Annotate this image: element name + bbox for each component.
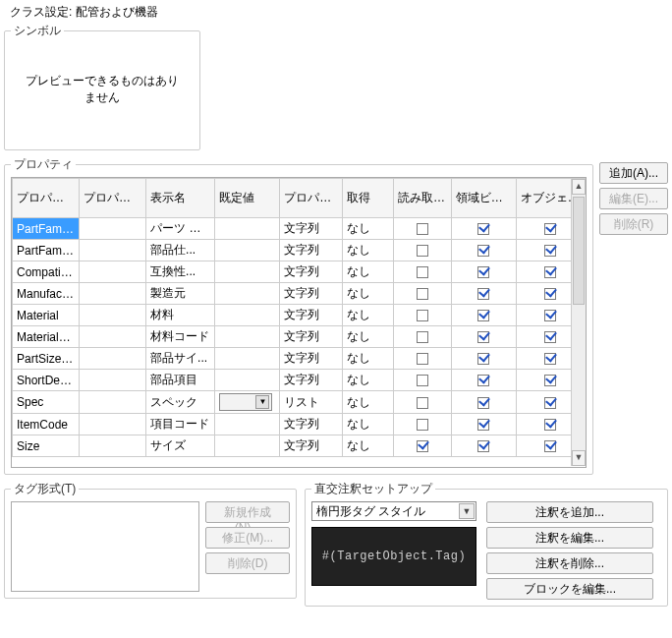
tag-format-legend: タグ形式(T)	[11, 481, 79, 497]
checkbox-icon[interactable]	[477, 353, 489, 365]
vertical-scrollbar[interactable]: ▲ ▼	[571, 179, 586, 466]
checkbox-icon[interactable]	[477, 331, 489, 343]
scroll-up-icon[interactable]: ▲	[572, 179, 586, 195]
edit-property-button[interactable]: 編集(E)...	[599, 188, 668, 209]
checkbox-icon[interactable]	[417, 353, 428, 365]
checkbox-icon[interactable]	[477, 397, 489, 409]
checkbox-icon[interactable]	[477, 419, 489, 431]
checkbox-icon[interactable]	[544, 353, 556, 365]
checkbox-icon[interactable]	[477, 310, 489, 321]
property-grid[interactable]: プロパティ名 プロパティの説明 表示名 既定値 プロパティタイプ 取得 読み取り…	[11, 177, 587, 468]
checkbox-icon[interactable]	[544, 288, 556, 300]
symbol-preview: プレビューできるものはありません	[11, 43, 194, 136]
checkbox-icon[interactable]	[417, 375, 428, 386]
table-row[interactable]: PartSizeL...部品サイ...文字列なし	[13, 348, 586, 370]
properties-legend: プロパティ	[11, 156, 76, 173]
checkbox-icon[interactable]	[477, 440, 489, 452]
checkbox-icon[interactable]	[477, 245, 489, 257]
modify-tag-button[interactable]: 修正(M)...	[205, 527, 290, 549]
chevron-down-icon: ▼	[255, 395, 269, 409]
checkbox-icon[interactable]	[544, 419, 556, 431]
checkbox-icon[interactable]	[544, 397, 556, 409]
checkbox-icon[interactable]	[417, 310, 428, 321]
checkbox-icon[interactable]	[477, 288, 489, 300]
checkbox-icon[interactable]	[477, 266, 489, 278]
checkbox-icon[interactable]	[544, 331, 556, 343]
checkbox-icon[interactable]	[544, 223, 556, 235]
checkbox-icon[interactable]	[544, 310, 556, 321]
delete-annotation-button[interactable]: 注釈を削除...	[486, 552, 653, 574]
col-name[interactable]: プロパティ名	[13, 179, 80, 218]
table-row[interactable]: Specスペック▼リストなし	[13, 391, 586, 414]
delete-tag-button[interactable]: 削除(D)	[205, 552, 290, 574]
col-readonly[interactable]: 読み取り専用	[393, 179, 451, 218]
table-row[interactable]: Manufact...製造元文字列なし	[13, 283, 586, 305]
new-tag-button[interactable]: 新規作成(N)...	[205, 501, 290, 523]
checkbox-icon[interactable]	[417, 331, 428, 343]
col-desc[interactable]: プロパティの説明	[80, 179, 146, 218]
checkbox-icon[interactable]	[417, 440, 428, 452]
col-type[interactable]: プロパティタイプ	[280, 179, 343, 218]
dialog-title: クラス設定: 配管および機器	[10, 4, 668, 21]
tag-format-list[interactable]	[11, 501, 199, 592]
checkbox-icon[interactable]	[477, 223, 489, 235]
default-value-dropdown[interactable]: ▼	[219, 393, 272, 411]
table-row[interactable]: Material材料文字列なし	[13, 305, 586, 326]
edit-annotation-button[interactable]: 注釈を編集...	[486, 527, 653, 549]
table-row[interactable]: PartFamil...部品仕...文字列なし	[13, 240, 586, 261]
annotation-style-value: 楕円形タグ スタイル	[316, 503, 425, 520]
col-default[interactable]: 既定値	[215, 179, 280, 218]
checkbox-icon[interactable]	[417, 266, 428, 278]
table-row[interactable]: MaterialC...材料コード文字列なし	[13, 326, 586, 348]
add-property-button[interactable]: 追加(A)...	[599, 162, 668, 184]
table-row[interactable]: ShortDes...部品項目文字列なし	[13, 370, 586, 391]
remove-property-button[interactable]: 削除(R)	[599, 213, 668, 235]
checkbox-icon[interactable]	[417, 419, 428, 431]
header-row[interactable]: プロパティ名 プロパティの説明 表示名 既定値 プロパティタイプ 取得 読み取り…	[13, 179, 586, 218]
table-row[interactable]: Sizeサイズ文字列なし	[13, 435, 586, 457]
symbol-group: シンボル プレビューできるものはありません	[4, 23, 200, 150]
properties-group: プロパティ プロパティ名 プロパティの説明 表示名 既定値 プロパティタイプ 取…	[4, 156, 593, 475]
col-area[interactable]: 領域ビューで表示	[451, 179, 516, 218]
table-row[interactable]: ItemCode項目コード文字列なし	[13, 414, 586, 435]
table-row[interactable]: PartFamil...パーツ フ...文字列なし	[13, 218, 586, 240]
scroll-thumb[interactable]	[573, 197, 585, 305]
checkbox-icon[interactable]	[544, 245, 556, 257]
checkbox-icon[interactable]	[417, 245, 428, 257]
chevron-down-icon: ▼	[459, 503, 475, 519]
checkbox-icon[interactable]	[544, 440, 556, 452]
scroll-down-icon[interactable]: ▼	[572, 450, 586, 466]
checkbox-icon[interactable]	[544, 375, 556, 386]
checkbox-icon[interactable]	[417, 223, 428, 235]
symbol-legend: シンボル	[11, 23, 64, 39]
annotation-legend: 直交注釈セットアップ	[311, 481, 435, 497]
col-acq[interactable]: 取得	[342, 179, 393, 218]
col-display[interactable]: 表示名	[146, 179, 215, 218]
checkbox-icon[interactable]	[477, 375, 489, 386]
tag-format-group: タグ形式(T) 新規作成(N)... 修正(M)... 削除(D)	[4, 481, 297, 599]
annotation-group: 直交注釈セットアップ 楕円形タグ スタイル ▼ #(TargetObject.T…	[305, 481, 668, 607]
table-row[interactable]: Compatib...互換性...文字列なし	[13, 261, 586, 283]
checkbox-icon[interactable]	[417, 288, 428, 300]
edit-block-button[interactable]: ブロックを編集...	[486, 578, 653, 600]
annotation-preview: #(TargetObject.Tag)	[311, 527, 476, 586]
annotation-style-select[interactable]: 楕円形タグ スタイル ▼	[311, 501, 476, 521]
checkbox-icon[interactable]	[544, 266, 556, 278]
checkbox-icon[interactable]	[417, 397, 428, 409]
add-annotation-button[interactable]: 注釈を追加...	[486, 501, 653, 523]
